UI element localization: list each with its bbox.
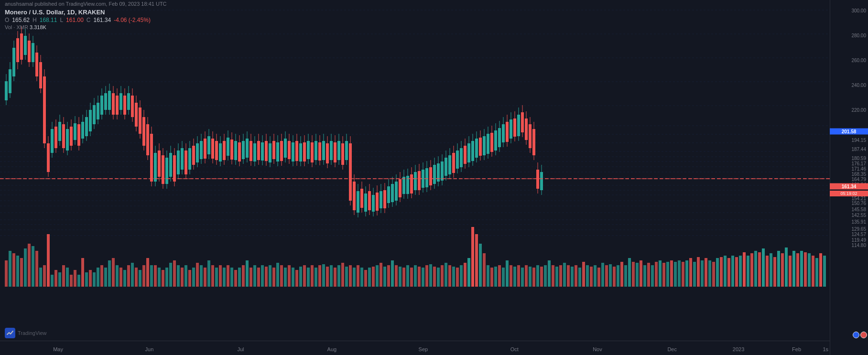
svg-rect-199	[659, 260, 662, 287]
svg-rect-58	[119, 268, 122, 287]
svg-rect-155	[490, 268, 493, 287]
svg-rect-220	[739, 256, 742, 287]
volume-value: 3.318K	[30, 24, 46, 30]
svg-rect-222	[747, 256, 749, 287]
svg-rect-89	[238, 268, 241, 287]
svg-rect-110	[318, 265, 321, 287]
svg-rect-150	[471, 227, 474, 287]
svg-rect-206	[685, 260, 688, 287]
price-label-150: 150.76	[851, 200, 866, 205]
svg-rect-178	[578, 268, 581, 287]
svg-rect-210	[701, 260, 704, 287]
svg-rect-189	[620, 262, 623, 287]
indicator-btn-1[interactable]	[853, 332, 859, 338]
svg-rect-106	[303, 265, 306, 287]
svg-rect-217	[727, 258, 730, 287]
svg-rect-78	[196, 263, 199, 287]
svg-rect-79	[200, 265, 203, 287]
time-label-sep: Sep	[419, 346, 428, 352]
svg-rect-61	[131, 263, 134, 287]
svg-rect-175	[567, 265, 570, 287]
svg-rect-39	[47, 234, 50, 287]
price-chart-svg	[0, 0, 830, 341]
svg-rect-164	[525, 265, 528, 287]
svg-rect-55	[108, 260, 111, 287]
svg-rect-139	[429, 264, 432, 287]
svg-rect-99	[276, 263, 279, 287]
svg-rect-101	[284, 268, 287, 287]
svg-rect-40	[51, 275, 54, 287]
svg-rect-166	[532, 268, 535, 287]
svg-rect-88	[234, 270, 237, 287]
svg-rect-232	[785, 247, 788, 287]
svg-rect-65	[146, 258, 149, 287]
svg-rect-185	[605, 265, 608, 287]
svg-rect-169	[544, 265, 547, 287]
close-value: 161.34	[93, 17, 111, 23]
vol-row: Vol · XMR 3.318K	[5, 24, 151, 30]
svg-rect-126	[380, 263, 382, 287]
svg-rect-97	[269, 265, 271, 287]
open-label: O	[5, 17, 9, 23]
high-label: H	[33, 17, 37, 23]
svg-rect-84	[219, 265, 222, 287]
svg-rect-236	[800, 251, 803, 287]
svg-rect-62	[135, 268, 138, 287]
price-label-280: 280.00	[851, 33, 866, 38]
svg-rect-159	[506, 260, 509, 287]
indicator-btn-2[interactable]	[860, 332, 867, 338]
svg-rect-151	[475, 234, 478, 287]
svg-rect-116	[341, 263, 344, 287]
svg-rect-119	[353, 268, 356, 287]
svg-rect-33	[24, 248, 27, 287]
svg-rect-124	[372, 267, 375, 287]
svg-rect-230	[777, 251, 780, 287]
svg-rect-73	[177, 265, 180, 287]
svg-rect-231	[781, 253, 784, 287]
svg-rect-0	[0, 0, 830, 341]
svg-rect-207	[689, 258, 692, 287]
chart-area[interactable]	[0, 0, 830, 341]
svg-rect-221	[743, 252, 746, 287]
svg-rect-214	[716, 258, 719, 287]
svg-rect-92	[250, 268, 252, 287]
svg-rect-121	[360, 268, 363, 287]
price-tag-201: 201.58	[830, 128, 868, 134]
price-tag-current: 161.34	[830, 183, 868, 190]
svg-rect-170	[548, 260, 551, 287]
svg-rect-184	[601, 263, 604, 287]
title-row: Monero / U.S. Dollar, 1D, KRAKEN	[5, 9, 151, 16]
svg-rect-194	[640, 260, 642, 287]
price-label-135: 135.91	[851, 219, 866, 225]
price-label-171: 171.46	[851, 166, 866, 171]
svg-rect-183	[597, 268, 600, 287]
svg-rect-66	[150, 265, 153, 287]
svg-rect-80	[204, 268, 206, 287]
svg-rect-156	[494, 267, 497, 287]
svg-rect-120	[357, 265, 359, 287]
svg-rect-193	[636, 263, 639, 287]
price-label-260: 260.00	[851, 58, 866, 63]
svg-rect-83	[215, 268, 218, 287]
svg-rect-211	[705, 258, 707, 287]
svg-rect-198	[655, 262, 658, 287]
svg-rect-60	[127, 265, 130, 287]
svg-rect-205	[682, 262, 684, 287]
svg-rect-115	[337, 265, 340, 287]
price-label-240: 240.00	[851, 83, 866, 88]
svg-rect-125	[376, 265, 379, 287]
symbol-title: Monero / U.S. Dollar, 1D, KRAKEN	[5, 9, 105, 16]
svg-rect-64	[142, 265, 145, 287]
svg-rect-149	[467, 258, 470, 287]
time-label-jul: Jul	[237, 346, 244, 352]
svg-rect-51	[93, 272, 96, 287]
svg-rect-219	[735, 257, 738, 287]
svg-rect-77	[192, 268, 195, 287]
svg-rect-226	[762, 248, 765, 287]
svg-rect-196	[647, 263, 650, 287]
svg-rect-142	[441, 265, 444, 287]
svg-rect-229	[773, 257, 776, 287]
svg-rect-162	[517, 265, 520, 287]
svg-rect-182	[594, 265, 597, 287]
price-label-187: 187.44	[851, 147, 866, 152]
